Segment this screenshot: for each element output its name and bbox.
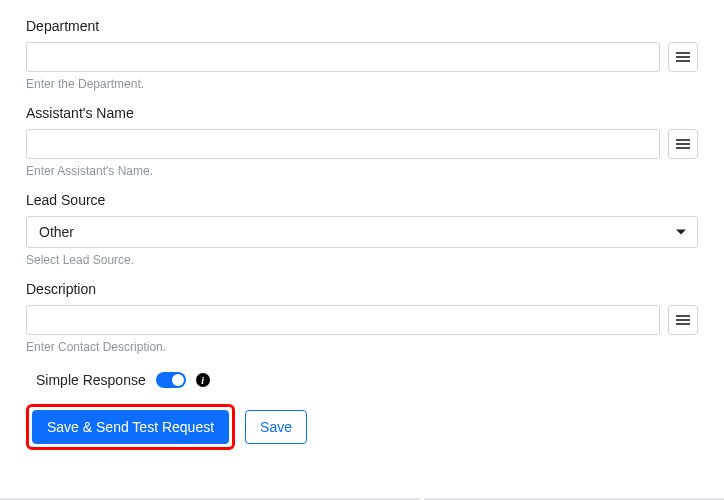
description-input[interactable] — [26, 305, 660, 335]
department-options-button[interactable] — [668, 42, 698, 72]
description-helper: Enter Contact Description. — [26, 340, 698, 354]
hamburger-icon — [676, 315, 690, 325]
assistant-helper: Enter Assistant's Name. — [26, 164, 698, 178]
hamburger-icon — [676, 139, 690, 149]
department-input[interactable] — [26, 42, 660, 72]
lead-source-select[interactable]: Other — [26, 216, 698, 248]
assistant-input[interactable] — [26, 129, 660, 159]
toggle-knob — [172, 374, 184, 386]
save-button[interactable]: Save — [245, 410, 307, 444]
lead-source-label: Lead Source — [26, 192, 698, 208]
simple-response-row: Simple Response i — [36, 372, 698, 388]
department-label: Department — [26, 18, 698, 34]
description-options-button[interactable] — [668, 305, 698, 335]
description-field-group: Description Enter Contact Description. — [26, 281, 698, 354]
department-helper: Enter the Department. — [26, 77, 698, 91]
save-send-test-request-button[interactable]: Save & Send Test Request — [32, 410, 229, 444]
lead-source-selected: Other — [39, 224, 74, 240]
action-button-row: Save & Send Test Request Save — [26, 404, 698, 450]
lead-source-field-group: Lead Source Other Select Lead Source. — [26, 192, 698, 267]
simple-response-toggle[interactable] — [156, 372, 186, 388]
lead-source-helper: Select Lead Source. — [26, 253, 698, 267]
hamburger-icon — [676, 52, 690, 62]
simple-response-label: Simple Response — [36, 372, 146, 388]
assistant-field-group: Assistant's Name Enter Assistant's Name. — [26, 105, 698, 178]
info-icon[interactable]: i — [196, 373, 210, 387]
description-label: Description — [26, 281, 698, 297]
annotation-highlight: Save & Send Test Request — [26, 404, 235, 450]
assistant-label: Assistant's Name — [26, 105, 698, 121]
department-field-group: Department Enter the Department. — [26, 18, 698, 91]
assistant-options-button[interactable] — [668, 129, 698, 159]
